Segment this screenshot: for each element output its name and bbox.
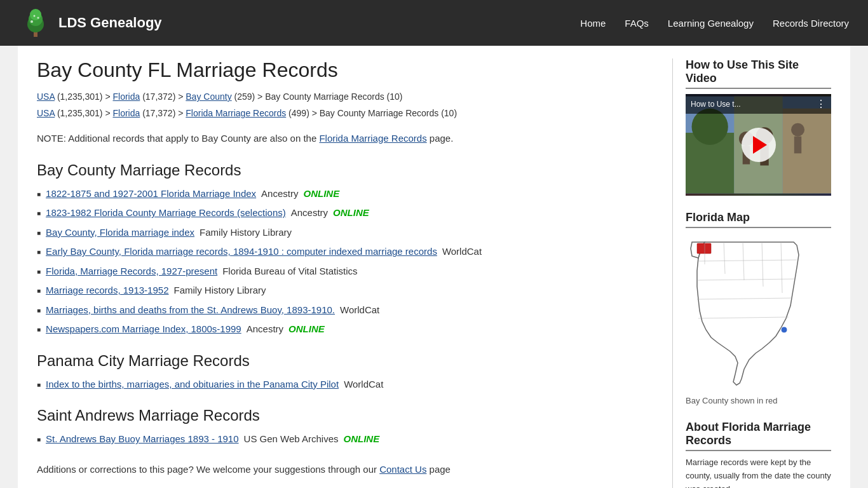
video-overlay-bar: How to Use t... ⋮ [686, 94, 831, 114]
svg-rect-18 [697, 243, 711, 254]
sidebar-video-title: How to Use This Site Video [686, 58, 831, 89]
list-item: Marriages, births and deaths from the St… [37, 303, 653, 318]
list-item: 1823-1982 Florida County Marriage Record… [37, 206, 653, 220]
sidebar-about-section: About Florida Marriage Records Marriage … [686, 421, 831, 488]
main-nav: Home FAQs Learning Genealogy Records Dir… [580, 18, 849, 29]
logo-tree-icon [19, 6, 52, 39]
breadcrumb-florida-1[interactable]: Florida [112, 92, 140, 102]
site-header: LDS Genealogy Home FAQs Learning Genealo… [0, 0, 868, 46]
record-link-4[interactable]: Early Bay County, Florida marriage recor… [46, 245, 437, 259]
map-caption: Bay County shown in red [686, 396, 831, 405]
panama-city-records-list: Index to the births, marriages, and obit… [37, 377, 653, 392]
svg-point-6 [34, 15, 36, 17]
record-link-2[interactable]: 1823-1982 Florida County Marriage Record… [46, 206, 286, 220]
list-item: Bay County, Florida marriage index Famil… [37, 226, 653, 240]
nav-learning[interactable]: Learning Genealogy [668, 18, 754, 29]
florida-marriage-link[interactable]: Florida Marriage Records [319, 133, 426, 144]
video-thumbnail[interactable]: How to Use t... ⋮ [686, 94, 831, 196]
svg-point-16 [791, 123, 804, 137]
contact-us-link[interactable]: Contact Us [379, 464, 426, 475]
breadcrumb-fl-marriage[interactable]: Florida Marriage Records [186, 108, 286, 118]
record-link-1[interactable]: 1822-1875 and 1927-2001 Florida Marriage… [46, 187, 256, 201]
breadcrumb-usa-2[interactable]: USA [37, 108, 55, 118]
list-item: Index to the births, marriages, and obit… [37, 377, 653, 392]
list-item: 1822-1875 and 1927-2001 Florida Marriage… [37, 187, 653, 201]
note-text: NOTE: Additional records that apply to B… [37, 131, 653, 146]
sidebar-map-title: Florida Map [686, 211, 831, 228]
svg-rect-17 [794, 137, 801, 154]
section-heading-1: Bay County Marriage Records [37, 161, 653, 179]
nav-home[interactable]: Home [580, 18, 606, 29]
saint-andrews-records-list: St. Andrews Bay Buoy Marriages 1893 - 19… [37, 432, 653, 447]
logo-area[interactable]: LDS Genealogy [19, 6, 162, 39]
sidebar: How to Use This Site Video [672, 58, 831, 488]
sidebar-about-text: Marriage records were kept by the county… [686, 456, 831, 488]
record-link-5[interactable]: Florida, Marriage Records, 1927-present [46, 264, 217, 279]
nav-records-directory[interactable]: Records Directory [773, 18, 849, 29]
breadcrumb-usa-1[interactable]: USA [37, 92, 55, 102]
footer-note: Additions or corrections to this page? W… [37, 462, 653, 477]
florida-map-container [686, 233, 831, 393]
svg-rect-15 [783, 109, 831, 194]
record-link-9[interactable]: Index to the births, marriages, and obit… [46, 377, 339, 392]
video-play-button[interactable] [742, 128, 776, 162]
page-title: Bay County FL Marriage Records [37, 58, 653, 82]
svg-point-4 [31, 20, 33, 23]
nav-faqs[interactable]: FAQs [625, 18, 649, 29]
content-area: Bay County FL Marriage Records USA (1,23… [18, 46, 850, 488]
record-link-6[interactable]: Marriage records, 1913-1952 [46, 283, 168, 298]
svg-point-19 [781, 327, 787, 333]
record-link-8[interactable]: Newspapers.com Marriage Index, 1800s-199… [46, 322, 241, 337]
svg-point-9 [692, 109, 728, 145]
section-heading-2: Panama City Marriage Records [37, 352, 653, 370]
list-item: Marriage records, 1913-1952 Family Histo… [37, 283, 653, 298]
section-heading-3: Saint Andrews Marriage Records [37, 407, 653, 424]
site-logo-text: LDS Genealogy [58, 15, 162, 31]
bay-county-records-list: 1822-1875 and 1927-2001 Florida Marriage… [37, 187, 653, 337]
video-menu-dots[interactable]: ⋮ [816, 98, 826, 110]
page-wrap: Bay County FL Marriage Records USA (1,23… [18, 46, 850, 488]
breadcrumb-bay-county[interactable]: Bay County [186, 92, 231, 102]
video-overlay-title: How to Use t... [691, 100, 813, 109]
sidebar-about-title: About Florida Marriage Records [686, 421, 831, 451]
breadcrumb-1: USA (1,235,301) > Florida (17,372) > Bay… [37, 90, 653, 104]
breadcrumb-2: USA (1,235,301) > Florida (17,372) > Flo… [37, 106, 653, 120]
breadcrumb-florida-2[interactable]: Florida [112, 108, 140, 118]
record-link-7[interactable]: Marriages, births and deaths from the St… [46, 303, 335, 318]
sidebar-video-section: How to Use This Site Video [686, 58, 831, 196]
list-item: Newspapers.com Marriage Index, 1800s-199… [37, 322, 653, 337]
svg-point-5 [37, 17, 39, 19]
sidebar-map-section: Florida Map [686, 211, 831, 405]
record-link-3[interactable]: Bay County, Florida marriage index [46, 226, 194, 240]
list-item: Florida, Marriage Records, 1927-present … [37, 264, 653, 279]
main-content: Bay County FL Marriage Records USA (1,23… [37, 58, 672, 488]
list-item: Early Bay County, Florida marriage recor… [37, 245, 653, 259]
record-link-10[interactable]: St. Andrews Bay Buoy Marriages 1893 - 19… [46, 432, 239, 447]
list-item: St. Andrews Bay Buoy Marriages 1893 - 19… [37, 432, 653, 447]
florida-map-svg [686, 236, 813, 388]
svg-point-3 [30, 9, 41, 20]
play-triangle-icon [753, 136, 767, 154]
